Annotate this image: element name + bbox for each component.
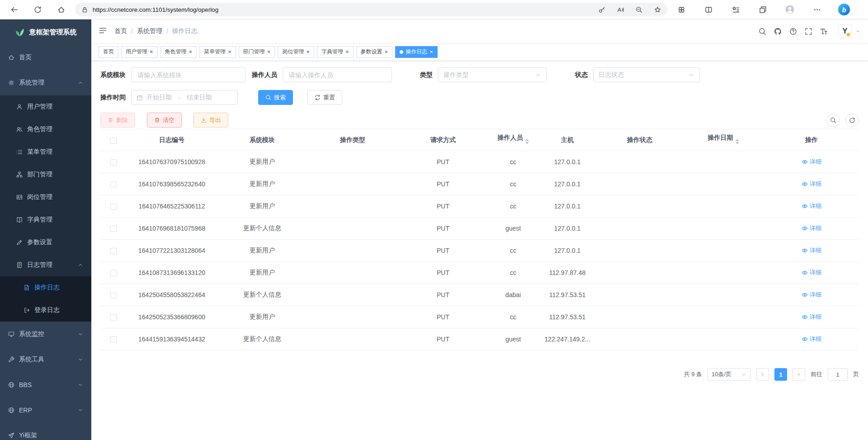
read-aloud-icon[interactable] <box>617 6 624 13</box>
sidebar-item-param[interactable]: 参数设置 <box>0 231 91 254</box>
close-icon[interactable]: × <box>385 49 388 55</box>
sidebar-item-dept[interactable]: 部门管理 <box>0 163 91 186</box>
password-key-icon[interactable] <box>599 6 605 13</box>
column-header-operator[interactable]: 操作人员 <box>488 129 538 151</box>
tab-dict[interactable]: 字典管理× <box>317 46 354 58</box>
sidebar-item-tools[interactable]: 系统工具 <box>0 347 91 372</box>
sidebar-item-menu[interactable]: 菜单管理 <box>0 141 91 163</box>
detail-link[interactable]: 详细 <box>802 180 821 188</box>
sidebar-item-home[interactable]: 首页 <box>0 45 91 70</box>
extensions-icon[interactable] <box>674 2 689 17</box>
sidebar-item-yiframe[interactable]: Yi框架 <box>0 423 91 440</box>
browser-home-button[interactable] <box>53 2 69 17</box>
start-date-placeholder[interactable]: 开始日期 <box>146 94 172 102</box>
tab-home[interactable]: 首页 <box>99 46 118 58</box>
detail-link[interactable]: 详细 <box>802 158 821 166</box>
user-avatar[interactable]: Y <box>838 24 852 38</box>
detail-link[interactable]: 详细 <box>802 313 821 321</box>
row-checkbox[interactable] <box>110 226 117 232</box>
end-date-placeholder[interactable]: 结束日期 <box>187 94 212 102</box>
prev-page-button[interactable] <box>756 368 769 381</box>
refresh-button[interactable] <box>30 2 45 17</box>
close-icon[interactable]: × <box>189 49 193 55</box>
sidebar-item-loginlog[interactable]: 登录日志 <box>0 299 91 322</box>
detail-link[interactable]: 详细 <box>802 246 821 255</box>
sidebar-item-monitor[interactable]: 系统监控 <box>0 322 91 347</box>
status-select[interactable]: 日志状态 <box>593 67 700 82</box>
header-search-icon[interactable] <box>759 28 766 35</box>
close-icon[interactable]: × <box>429 49 433 55</box>
type-select[interactable]: 操作类型 <box>438 67 547 82</box>
favorites-star-icon[interactable] <box>654 6 661 13</box>
user-menu[interactable]: Y <box>838 24 861 38</box>
font-size-icon[interactable] <box>820 28 828 35</box>
sort-caret-icon[interactable] <box>525 137 529 146</box>
clear-button[interactable]: 清空 <box>147 113 182 128</box>
sidebar-item-operlog[interactable]: 操作日志 <box>0 276 91 299</box>
search-button[interactable]: 搜索 <box>258 90 293 105</box>
page-1-button[interactable]: 1 <box>774 368 787 381</box>
sidebar-toggle-button[interactable] <box>99 26 107 36</box>
close-icon[interactable]: × <box>306 49 310 55</box>
reset-button[interactable]: 重置 <box>307 90 342 105</box>
tab-param[interactable]: 参数设置× <box>356 46 393 58</box>
collections-icon[interactable] <box>755 2 770 17</box>
close-icon[interactable]: × <box>228 49 231 55</box>
delete-button[interactable]: 删除 <box>100 113 135 128</box>
row-checkbox[interactable] <box>110 292 117 298</box>
tab-operlog[interactable]: 操作日志× <box>395 46 438 58</box>
help-icon[interactable] <box>789 28 797 35</box>
row-checkbox[interactable] <box>110 314 117 321</box>
detail-link[interactable]: 详细 <box>802 224 821 232</box>
zoom-out-icon[interactable] <box>636 6 642 13</box>
row-checkbox[interactable] <box>110 336 117 343</box>
page-size-select[interactable]: 10条/页 <box>708 368 751 381</box>
tab-menu[interactable]: 菜单管理× <box>199 46 236 58</box>
close-icon[interactable]: × <box>345 49 349 55</box>
back-button[interactable] <box>6 2 22 17</box>
url-text[interactable]: https://ccnetcore.com:1101/system/log/op… <box>93 6 599 13</box>
close-icon[interactable]: × <box>267 49 271 55</box>
sidebar-item-erp[interactable]: ERP <box>0 397 91 423</box>
row-checkbox[interactable] <box>110 270 117 276</box>
tab-role[interactable]: 角色管理× <box>160 46 197 58</box>
browser-profile-avatar[interactable] <box>782 2 797 17</box>
sidebar-item-user[interactable]: 用户管理 <box>0 95 91 118</box>
row-checkbox[interactable] <box>110 248 117 254</box>
fullscreen-icon[interactable] <box>805 28 812 35</box>
tab-dept[interactable]: 部门管理× <box>239 46 275 58</box>
tab-user[interactable]: 用户管理× <box>121 46 158 58</box>
detail-link[interactable]: 详细 <box>802 269 821 277</box>
next-page-button[interactable] <box>793 368 805 381</box>
sidebar-item-bbs[interactable]: BBS <box>0 372 91 397</box>
tab-post[interactable]: 岗位管理× <box>278 46 314 58</box>
favorites-bar-icon[interactable] <box>728 2 743 17</box>
export-button[interactable]: 导出 <box>193 113 228 128</box>
sidebar-item-log[interactable]: 日志管理 <box>0 254 91 276</box>
row-checkbox[interactable] <box>110 203 117 210</box>
lock-icon[interactable] <box>81 6 88 13</box>
sidebar-item-dict[interactable]: 字典管理 <box>0 208 91 231</box>
detail-link[interactable]: 详细 <box>802 335 821 343</box>
row-checkbox[interactable] <box>110 159 117 166</box>
module-input[interactable] <box>131 67 245 82</box>
sidebar-item-system[interactable]: 系统管理 <box>0 70 91 95</box>
sidebar-item-post[interactable]: 岗位管理 <box>0 186 91 208</box>
breadcrumb-home[interactable]: 首页 <box>114 27 127 35</box>
operator-input[interactable] <box>283 67 392 82</box>
sidebar-item-role[interactable]: 角色管理 <box>0 118 91 141</box>
goto-page-input[interactable] <box>828 368 848 381</box>
row-checkbox[interactable] <box>110 181 117 188</box>
address-bar[interactable]: https://ccnetcore.com:1101/system/log/op… <box>75 3 667 16</box>
detail-link[interactable]: 详细 <box>802 202 821 210</box>
toggle-search-button[interactable] <box>826 114 840 127</box>
detail-link[interactable]: 详细 <box>802 291 821 299</box>
close-icon[interactable]: × <box>150 49 153 55</box>
bing-sidebar-icon[interactable]: b <box>836 2 852 17</box>
split-screen-icon[interactable] <box>701 2 716 17</box>
sort-caret-icon[interactable] <box>736 137 739 146</box>
refresh-table-button[interactable] <box>845 114 859 127</box>
date-range-picker[interactable]: 开始日期 - 结束日期 <box>131 90 238 105</box>
select-all-checkbox[interactable] <box>110 137 117 144</box>
column-header-date[interactable]: 操作日期 <box>683 129 764 151</box>
